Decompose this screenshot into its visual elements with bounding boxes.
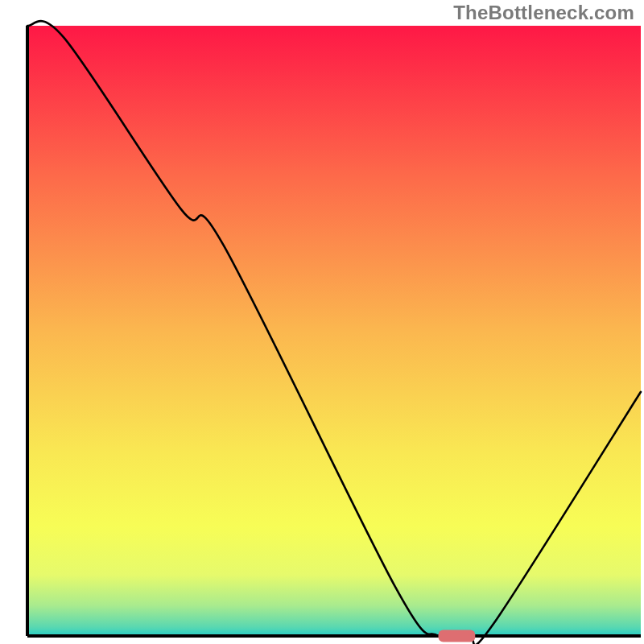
chart-stage: TheBottleneck.com: [0, 0, 644, 644]
optimal-marker: [439, 630, 476, 642]
bottleneck-chart: [0, 0, 644, 644]
